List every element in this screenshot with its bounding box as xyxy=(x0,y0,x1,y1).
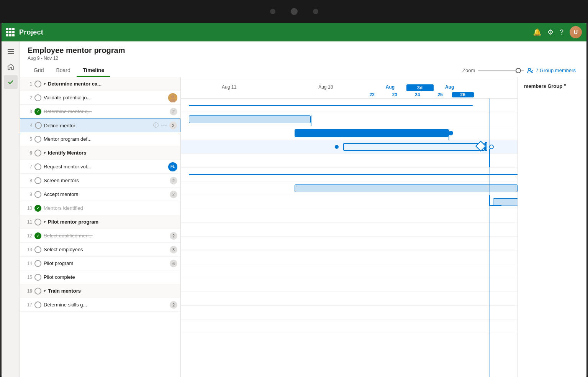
day-23: 23 xyxy=(384,92,406,97)
status-circle xyxy=(34,150,41,156)
task-name: Pilot mentor program xyxy=(48,219,177,225)
top-nav-icons: 🔔 ⚙ ? U xyxy=(533,26,582,38)
badge: 2 xyxy=(169,122,177,129)
zoom-thumb[interactable] xyxy=(516,68,521,73)
today-line xyxy=(489,99,490,377)
group-members-label: 7 Group members xyxy=(536,67,576,73)
gantt-bar-summary xyxy=(189,105,473,106)
svg-point-5 xyxy=(171,95,174,98)
tab-grid[interactable]: Grid xyxy=(28,64,50,77)
sidebar-home-icon[interactable] xyxy=(4,60,18,74)
status-circle xyxy=(34,301,41,308)
status-circle xyxy=(34,163,41,170)
row-number: 1 xyxy=(23,81,32,87)
info-icon[interactable]: ⓘ xyxy=(153,122,159,129)
svg-rect-2 xyxy=(8,53,14,54)
row-number: 11 xyxy=(23,219,32,225)
avatar[interactable]: U xyxy=(570,26,582,38)
task-row[interactable]: 8 Screen mentors 2 xyxy=(20,174,180,188)
main-app: Project 🔔 ⚙ ? U xyxy=(2,23,586,377)
gantt-dot-4-left xyxy=(335,145,339,149)
task-name: Request mentor vol... xyxy=(44,164,166,170)
gantt-bar-2[interactable] xyxy=(189,115,311,123)
status-circle xyxy=(34,246,41,253)
task-name: Mentors identified xyxy=(44,205,177,211)
zoom-slider[interactable] xyxy=(478,70,524,71)
task-row[interactable]: 12 Select qualified men... 2 xyxy=(20,229,180,243)
settings-icon[interactable]: ⚙ xyxy=(547,28,554,36)
sidebar-menu-icon[interactable] xyxy=(4,44,18,58)
gantt-bar-7[interactable] xyxy=(295,184,518,192)
month-aug2: Aug xyxy=(434,84,466,91)
status-circle xyxy=(34,191,41,198)
notification-icon[interactable]: 🔔 xyxy=(533,28,541,36)
status-circle xyxy=(34,136,41,143)
task-row[interactable]: 1 ▾ Determine mentor ca... xyxy=(20,77,180,91)
tab-timeline[interactable]: Timeline xyxy=(77,64,111,77)
gantt-bar-group-6 xyxy=(189,174,574,175)
task-row-selected[interactable]: 4 Define mentor ⓘ ⋯ 2 xyxy=(20,119,180,132)
group-members-button[interactable]: 7 Group members xyxy=(524,66,579,75)
status-circle xyxy=(34,288,41,295)
row-number: 4 xyxy=(23,123,33,128)
collapse-chevron[interactable]: ▾ xyxy=(44,151,46,155)
collapse-chevron[interactable]: ▾ xyxy=(44,289,46,293)
day-22: 22 xyxy=(361,92,383,97)
row-number: 10 xyxy=(23,206,32,211)
badge: 2 xyxy=(170,177,177,184)
camera-dot-left xyxy=(270,9,275,14)
task-name: Accept mentors xyxy=(44,191,167,197)
app-title: Project xyxy=(19,28,528,36)
gantt-bar-4[interactable] xyxy=(343,143,485,151)
camera-lens xyxy=(291,8,298,15)
group-members-panel: members Group " xyxy=(518,77,586,377)
tab-board[interactable]: Board xyxy=(50,64,76,77)
status-circle xyxy=(34,219,41,226)
task-row[interactable]: 15 Pilot complete xyxy=(20,270,180,284)
status-circle-complete xyxy=(34,205,41,212)
task-name: Define mentor xyxy=(44,123,151,128)
collapse-chevron[interactable]: ▾ xyxy=(44,82,46,86)
project-dates: Aug 9 - Nov 12 xyxy=(28,56,579,61)
task-row[interactable]: 13 Select employees 3 xyxy=(20,243,180,257)
task-row[interactable]: 14 Pilot program 6 xyxy=(20,257,180,270)
task-row-group[interactable]: 16 ▾ Train mentors xyxy=(20,284,180,298)
status-circle xyxy=(34,94,41,101)
status-circle xyxy=(34,260,41,267)
task-row-group[interactable]: 6 ▾ Identify Mentors xyxy=(20,146,180,160)
day-24: 24 xyxy=(406,92,428,97)
gantt-bar-3[interactable] xyxy=(295,129,449,137)
main-content: Employee mentor program Aug 9 - Nov 12 G… xyxy=(20,41,586,377)
task-row[interactable]: 17 Determine skills g... 2 xyxy=(20,298,180,312)
project-title: Employee mentor program xyxy=(28,46,579,55)
task-timeline-area: 1 ▾ Determine mentor ca... 2 Validate po… xyxy=(20,77,586,377)
task-row[interactable]: 9 Accept mentors 2 xyxy=(20,188,180,201)
row-number: 14 xyxy=(23,261,32,266)
task-name: Determine mentor q... xyxy=(44,109,167,114)
badge: 6 xyxy=(170,260,177,267)
avatar-image: U xyxy=(570,26,582,38)
task-name: Determine mentor ca... xyxy=(48,81,177,87)
task-row[interactable]: 5 Mentor program def... xyxy=(20,132,180,146)
waffle-icon[interactable] xyxy=(6,28,15,36)
row-number: 15 xyxy=(23,275,32,280)
status-circle xyxy=(34,177,41,184)
task-row[interactable]: 3 Determine mentor q... 2 xyxy=(20,105,180,119)
row-number: 9 xyxy=(23,192,32,197)
row-number: 17 xyxy=(23,302,32,308)
svg-point-3 xyxy=(528,68,531,71)
collapse-chevron[interactable]: ▾ xyxy=(44,220,46,224)
task-row[interactable]: 7 Request mentor vol... FL xyxy=(20,160,180,174)
sidebar-check-icon[interactable] xyxy=(4,75,18,89)
task-row[interactable]: 2 Validate potential jo... xyxy=(20,91,180,105)
task-row-group[interactable]: 11 ▾ Pilot mentor program xyxy=(20,215,180,229)
task-list: 1 ▾ Determine mentor ca... 2 Validate po… xyxy=(20,77,181,377)
more-options-icon[interactable]: ⋯ xyxy=(161,122,167,129)
help-icon[interactable]: ? xyxy=(560,28,563,36)
task-row[interactable]: 10 Mentors identified xyxy=(20,201,180,215)
task-name: Validate potential jo... xyxy=(44,95,166,100)
row-number: 8 xyxy=(23,178,32,183)
task-name: Pilot program xyxy=(44,260,167,266)
badge: 2 xyxy=(170,191,177,198)
svg-rect-0 xyxy=(8,49,14,50)
